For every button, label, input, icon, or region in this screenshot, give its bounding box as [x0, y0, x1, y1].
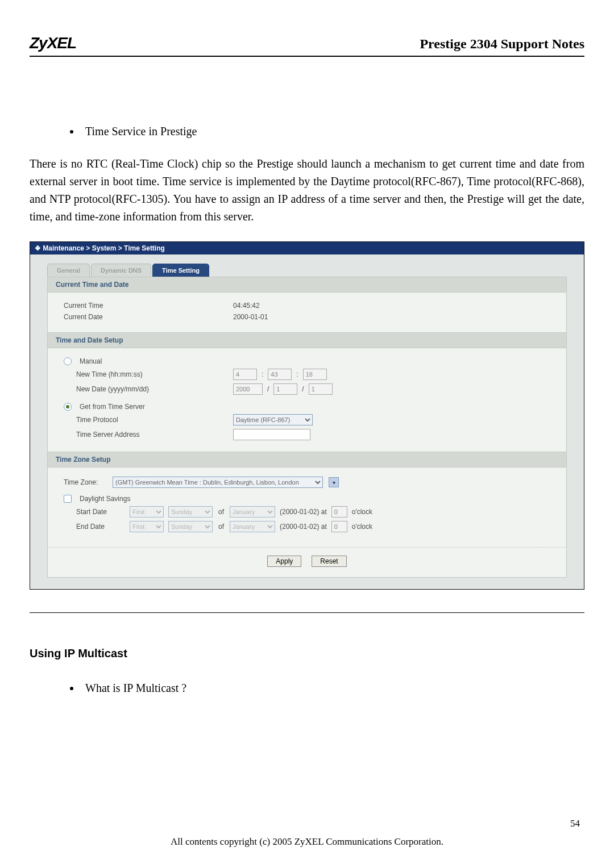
timezone-label: Time Zone: — [64, 478, 108, 486]
daylight-label: Daylight Savings — [80, 495, 130, 503]
current-date-label: Current Date — [64, 313, 229, 321]
reset-button[interactable]: Reset — [312, 556, 346, 567]
start-day-select[interactable]: Sunday — [168, 506, 213, 518]
end-date-label: End Date — [76, 523, 125, 531]
start-of-text: of — [218, 508, 224, 516]
section-current-title: Current Time and Date — [48, 277, 566, 293]
section-setup-title: Time and Date Setup — [48, 332, 566, 348]
server-address-input[interactable] — [233, 429, 310, 440]
protocol-select[interactable]: Daytime (RFC-867) — [233, 414, 313, 425]
start-oclock: o'clock — [352, 508, 372, 516]
intro-bullets: Time Service in Prestige — [81, 125, 584, 138]
brand-logo: ZyXEL — [30, 34, 76, 52]
page-number: 54 — [570, 818, 580, 829]
timeserver-label: Get from Time Server — [80, 403, 145, 411]
intro-bullet-time-service: Time Service in Prestige — [81, 125, 584, 138]
section-tz-body: Time Zone: (GMT) Greenwich Mean Time : D… — [48, 468, 566, 544]
end-date-row: End Date First Sunday of January (2000-0… — [76, 521, 556, 532]
section-current-body: Current Time 04:45:42 Current Date 2000-… — [48, 293, 566, 332]
panel-inner: General Dynamic DNS Time Setting Current… — [30, 254, 584, 589]
end-of-text: of — [218, 523, 224, 531]
start-date-row: Start Date First Sunday of January (2000… — [76, 506, 556, 518]
new-date-d-input[interactable] — [309, 383, 333, 395]
breadcrumb-text: ❖ Maintenance > System > Time Setting — [35, 244, 165, 252]
tab-bar: General Dynamic DNS Time Setting — [47, 264, 567, 277]
end-day-select[interactable]: Sunday — [168, 521, 213, 532]
daylight-checkbox[interactable] — [64, 495, 72, 503]
current-date-value: 2000-01-01 — [233, 313, 268, 321]
tab-dynamic-dns[interactable]: Dynamic DNS — [91, 264, 151, 277]
new-date-y-input[interactable] — [233, 383, 263, 395]
end-ordinal-select[interactable]: First — [130, 521, 164, 532]
time-setting-screenshot: ❖ Maintenance > System > Time Setting Ge… — [30, 241, 584, 590]
intro-b3: NTP protocol(RFC-1305) — [49, 193, 167, 205]
footer-bullets: What is IP Multicast ? — [81, 682, 584, 695]
start-date-paren: (2000-01-02) at — [280, 508, 327, 516]
section-tz-title: Time Zone Setup — [48, 452, 566, 468]
intro-b1: Daytime protocol(RFC-867) — [330, 175, 460, 187]
end-hour-input[interactable] — [331, 521, 347, 532]
start-ordinal-select[interactable]: First — [130, 506, 164, 518]
new-time-m-input[interactable] — [268, 369, 292, 380]
breadcrumb: ❖ Maintenance > System > Time Setting — [30, 242, 584, 254]
new-time-label: New Time (hh:mm:ss) — [64, 370, 229, 378]
manual-label: Manual — [80, 357, 102, 365]
tab-time-setting[interactable]: Time Setting — [152, 264, 209, 277]
intro-sep1: , — [461, 175, 467, 187]
chevron-down-icon[interactable]: ▾ — [329, 477, 339, 487]
using-ip-multicast-heading: Using IP Multicast — [30, 647, 584, 660]
protocol-label: Time Protocol — [64, 416, 229, 424]
doc-title: Prestige 2304 Support Notes — [420, 36, 584, 52]
new-date-label: New Date (yyyy/mm/dd) — [64, 385, 229, 393]
start-month-select[interactable]: January — [230, 506, 275, 518]
end-oclock: o'clock — [352, 523, 372, 531]
server-address-label: Time Server Address — [64, 431, 229, 439]
timeserver-radio[interactable] — [64, 403, 72, 411]
end-date-paren: (2000-01-02) at — [280, 523, 327, 531]
new-time-h-input[interactable] — [233, 369, 257, 380]
divider — [30, 612, 584, 613]
current-time-label: Current Time — [64, 302, 229, 310]
end-month-select[interactable]: January — [230, 521, 275, 532]
start-hour-input[interactable] — [331, 506, 347, 518]
apply-button[interactable]: Apply — [267, 556, 301, 567]
start-date-label: Start Date — [76, 508, 125, 516]
current-time-value: 04:45:42 — [233, 302, 260, 310]
page-header: ZyXEL Prestige 2304 Support Notes — [30, 34, 584, 57]
timezone-select[interactable]: (GMT) Greenwich Mean Time : Dublin, Edin… — [113, 477, 323, 488]
intro-paragraph: There is no RTC (Real-Time Clock) chip s… — [30, 155, 584, 226]
footer-copyright: All contents copyright (c) 2005 ZyXEL Co… — [0, 836, 614, 848]
intro-b2: Time protocol(RFC-868) — [467, 175, 582, 187]
settings-card: Current Time and Date Current Time 04:45… — [47, 277, 567, 578]
section-setup-body: Manual New Time (hh:mm:ss) : : New Date … — [48, 348, 566, 452]
button-row: Apply Reset — [48, 547, 566, 567]
new-time-s-input[interactable] — [303, 369, 327, 380]
new-date-m-input[interactable] — [273, 383, 297, 395]
tab-general[interactable]: General — [47, 264, 90, 277]
footer-bullet-what-is-multicast: What is IP Multicast ? — [81, 682, 584, 695]
manual-radio[interactable] — [64, 357, 72, 365]
